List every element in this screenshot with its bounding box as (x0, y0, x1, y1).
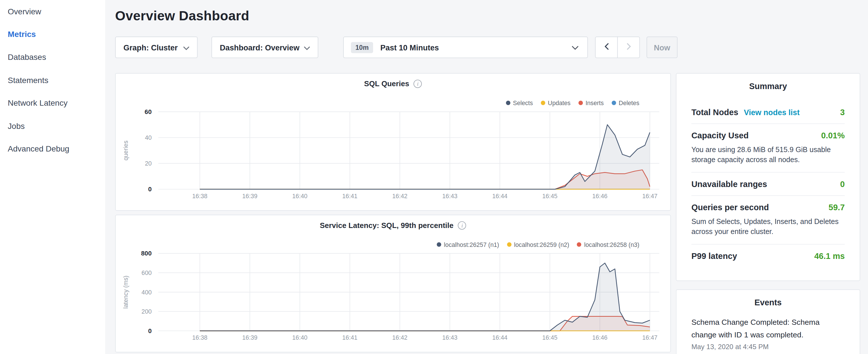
svg-text:16:39: 16:39 (242, 334, 257, 341)
sidebar-item-statements[interactable]: Statements (0, 69, 105, 92)
legend-label: localhost:26258 (n3) (584, 241, 640, 248)
legend-item-selects[interactable]: Selects (506, 100, 533, 106)
svg-text:16:38: 16:38 (192, 193, 208, 200)
svg-text:200: 200 (142, 308, 152, 315)
summary-value: 59.7 (829, 202, 844, 212)
legend-dot-icon (507, 242, 511, 247)
chevron-down-icon (183, 43, 189, 52)
now-button[interactable]: Now (647, 36, 677, 58)
summary-row-head: Total NodesView nodes list3 (691, 107, 845, 117)
sidebar-item-advanced-debug[interactable]: Advanced Debug (0, 137, 105, 160)
svg-text:queries: queries (122, 141, 129, 161)
svg-text:20: 20 (145, 160, 152, 167)
summary-label: Total Nodes (691, 107, 739, 117)
legend-label: Selects (513, 100, 533, 106)
legend-dot-icon (578, 101, 583, 105)
summary-panel: Summary Total NodesView nodes list3Capac… (676, 73, 860, 281)
chart-legend: localhost:26257 (n1)localhost:26259 (n2)… (437, 241, 639, 248)
legend-dot-icon (506, 101, 510, 105)
legend-dot-icon (437, 242, 441, 247)
summary-title: Summary (677, 81, 860, 91)
chart-title: SQL Queries (364, 79, 409, 88)
svg-text:60: 60 (145, 108, 152, 116)
info-icon[interactable]: i (413, 79, 422, 88)
legend-label: Deletes (619, 100, 639, 106)
chart-title: Service Latency: SQL, 99th percentile (320, 221, 454, 230)
legend-label: Inserts (585, 100, 604, 106)
time-range-badge: 10m (351, 42, 373, 53)
legend-item-inserts[interactable]: Inserts (578, 100, 604, 106)
svg-text:16:45: 16:45 (542, 193, 557, 200)
svg-text:16:45: 16:45 (542, 334, 557, 341)
svg-text:16:44: 16:44 (492, 193, 507, 200)
svg-text:16:46: 16:46 (592, 193, 608, 200)
svg-text:16:47: 16:47 (642, 193, 657, 200)
summary-value: 3 (840, 107, 845, 117)
svg-text:400: 400 (142, 289, 152, 296)
graph-scope-dropdown[interactable]: Graph: Cluster (115, 36, 198, 58)
sidebar-item-network-latency[interactable]: Network Latency (0, 92, 105, 115)
sidebar-item-databases[interactable]: Databases (0, 46, 105, 69)
dashboard-dropdown[interactable]: Dashboard: Overview (212, 36, 318, 58)
svg-text:40: 40 (145, 134, 152, 141)
svg-text:16:43: 16:43 (442, 193, 457, 200)
legend-dot-icon (612, 101, 616, 105)
time-step-button-group (595, 36, 640, 58)
chevron-right-icon (626, 43, 631, 52)
event-text: Schema Change Completed: Schema change w… (691, 316, 845, 342)
sidebar-item-metrics[interactable]: Metrics (0, 23, 105, 46)
events-panel: Events Schema Change Completed: Schema c… (676, 289, 860, 354)
summary-row-capacity-used: Capacity Used0.01%You are using 28.6 MiB… (691, 124, 845, 173)
dashboard-label: Dashboard: Overview (220, 43, 300, 52)
svg-text:16:42: 16:42 (392, 334, 407, 341)
service-latency-chart: 16:3816:3916:4016:4116:4216:4316:4416:45… (116, 215, 671, 352)
svg-text:16:41: 16:41 (342, 193, 358, 200)
time-forward-button[interactable] (617, 36, 640, 58)
legend-item-deletes[interactable]: Deletes (612, 100, 639, 106)
svg-text:16:41: 16:41 (342, 334, 358, 341)
legend-item-localhost-26257-n1[interactable]: localhost:26257 (n1) (437, 241, 499, 248)
svg-text:16:38: 16:38 (192, 334, 208, 341)
summary-value: 0.01% (821, 131, 845, 140)
sidebar-nav-list: OverviewMetricsDatabasesStatementsNetwor… (0, 0, 105, 160)
svg-text:latency (ms): latency (ms) (122, 276, 129, 309)
summary-row-p99-latency: P99 latency46.1 ms (691, 244, 845, 267)
sql-queries-chart: 16:3816:3916:4016:4116:4216:4316:4416:45… (116, 74, 671, 210)
chevron-down-icon (572, 42, 578, 53)
svg-text:16:42: 16:42 (392, 193, 407, 200)
legend-item-localhost-26259-n2[interactable]: localhost:26259 (n2) (507, 241, 569, 248)
summary-rows: Total NodesView nodes list3Capacity Used… (691, 101, 845, 267)
legend-label: localhost:26259 (n2) (514, 241, 569, 248)
summary-row-head: Queries per second59.7 (691, 202, 845, 212)
chart-title-row: Service Latency: SQL, 99th percentile i (116, 221, 671, 230)
event-item[interactable]: Schema Change Completed: Schema change w… (691, 316, 845, 351)
legend-dot-icon (577, 242, 581, 247)
summary-label: Queries per second (691, 202, 769, 212)
chevron-down-icon (304, 43, 310, 52)
legend-label: Updates (548, 100, 570, 106)
time-back-button[interactable] (595, 36, 618, 58)
svg-text:0: 0 (148, 327, 152, 334)
event-timestamp: May 13, 2020 at 4:45 PM (691, 343, 845, 351)
time-range-dropdown[interactable]: 10m Past 10 Minutes (343, 36, 588, 58)
svg-text:16:39: 16:39 (242, 193, 257, 200)
svg-text:16:46: 16:46 (592, 334, 608, 341)
legend-item-updates[interactable]: Updates (541, 100, 570, 106)
time-range-label: Past 10 Minutes (380, 43, 439, 52)
app-root: OverviewMetricsDatabasesStatementsNetwor… (0, 0, 868, 354)
chart-legend: SelectsUpdatesInsertsDeletes (506, 100, 639, 106)
summary-row-queries-per-second: Queries per second59.7Sum of Selects, Up… (691, 196, 845, 245)
sidebar-item-jobs[interactable]: Jobs (0, 115, 105, 137)
legend-item-localhost-26258-n3[interactable]: localhost:26258 (n3) (577, 241, 639, 248)
summary-row-head: Capacity Used0.01% (691, 131, 845, 140)
svg-text:16:43: 16:43 (442, 334, 457, 341)
sidebar-item-overview[interactable]: Overview (0, 0, 105, 23)
svg-text:16:40: 16:40 (292, 193, 308, 200)
summary-row-head: P99 latency46.1 ms (691, 251, 845, 261)
summary-subtext: Sum of Selects, Updates, Inserts, and De… (691, 217, 845, 237)
info-icon[interactable]: i (458, 221, 466, 230)
page-title: Overview Dashboard (115, 8, 249, 24)
svg-text:16:40: 16:40 (292, 334, 308, 341)
summary-row-unavailable-ranges: Unavailable ranges0 (691, 173, 845, 196)
view-nodes-list-link[interactable]: View nodes list (744, 108, 800, 117)
